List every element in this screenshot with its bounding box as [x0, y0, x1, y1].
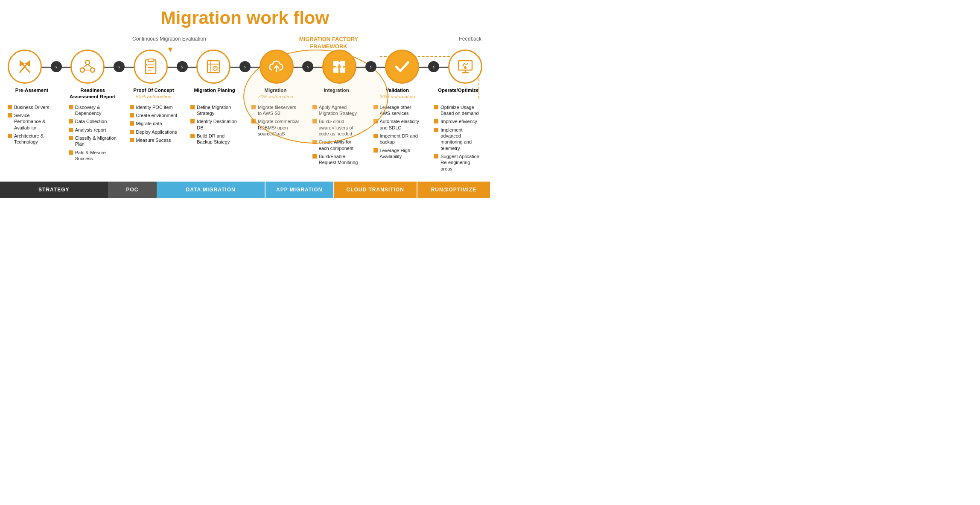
bullet-text: Create environment	[136, 112, 178, 118]
bullet-icon	[8, 134, 12, 138]
svg-point-3	[80, 68, 85, 72]
svg-line-13	[146, 64, 147, 66]
bullets-readiness: Discovery & Dependency Data Collection A…	[69, 104, 117, 164]
phase-validation	[385, 50, 419, 84]
bullets-area: Business Drivers Service Performance & A…	[3, 100, 487, 174]
cme-arrow-icon: ▼	[166, 45, 174, 54]
bullet-business-drivers: Business Drivers	[8, 104, 56, 110]
svg-line-5	[82, 65, 88, 68]
bullet-icon	[69, 128, 73, 132]
label-poc: Proof Of Concept50% automation	[130, 87, 178, 100]
puzzle-icon	[330, 57, 349, 76]
cloud-upload-icon	[267, 57, 286, 76]
svg-rect-9	[148, 59, 153, 62]
svg-rect-24	[340, 68, 345, 73]
bullet-build-dr: Build DR and Backup Stategy	[190, 133, 239, 145]
network-icon	[78, 57, 97, 76]
label-migration-planning: Migration Planing	[190, 87, 239, 100]
bullet-text: Analysis report	[75, 127, 106, 133]
mff-label: MIGRATION FACTORYFRAMEWORK	[295, 36, 363, 50]
bullet-text: Paln & Mesure Success	[75, 150, 117, 162]
circle-poc	[134, 50, 168, 84]
phase-integration	[322, 50, 356, 84]
bullets-pre-assessment: Business Drivers Service Performance & A…	[8, 104, 56, 147]
bullet-icon	[312, 154, 317, 159]
arrow-3: ›	[177, 61, 188, 72]
bullet-icon	[130, 113, 134, 117]
label-operate: Operate/Optimize	[434, 87, 482, 100]
bottom-strategy: STRATEGY	[0, 182, 108, 198]
bullet-text: Identity POC item	[136, 104, 173, 110]
bullet-build-enable: Build/Enable Request Monitiring	[312, 153, 361, 166]
bullet-deploy-apps: Deploy Applications	[130, 129, 178, 135]
bullet-text: Architecture & Technology	[14, 133, 56, 145]
label-readiness: Readiness Assessment Report	[69, 87, 117, 100]
bottom-data-migration: DATA MIGRATION	[157, 182, 265, 198]
bullet-icon	[373, 148, 378, 153]
bullet-service-performance: Service Performance & Availability	[8, 112, 56, 131]
svg-rect-21	[333, 61, 338, 66]
bullet-text: Measure Sucess	[136, 137, 171, 143]
bullet-icon	[130, 138, 134, 142]
bullet-improve-efficiency: Improve efiviency	[434, 118, 482, 124]
svg-point-2	[85, 60, 90, 65]
arrow-2: ›	[114, 61, 125, 72]
bullet-icon	[190, 105, 195, 109]
circle-row: › ›	[3, 32, 487, 84]
flow-area: Continuous Migration Evaluation ▼ MIGRAT…	[0, 32, 490, 174]
phase-poc	[134, 50, 168, 84]
bullet-data-collection: Data Collection	[69, 118, 117, 124]
planning-icon	[204, 57, 223, 76]
bullet-text: Improve efiviency	[440, 118, 477, 124]
bullet-text: Service Performance & Availability	[14, 112, 56, 131]
bullet-icon	[130, 130, 134, 134]
bullet-discovery: Discovery & Dependency	[69, 104, 117, 117]
bullet-icon	[69, 119, 73, 123]
svg-point-4	[90, 68, 95, 72]
bullet-automate-elasticity: Automate elasticity and SDLC	[373, 118, 422, 131]
bullet-implement-dr: Impement DR and backup	[373, 133, 422, 145]
bullet-text: Build DR and Backup Stategy	[197, 133, 239, 145]
bullet-icon	[434, 119, 438, 123]
svg-rect-22	[340, 61, 345, 66]
arrow-4: ›	[239, 61, 251, 72]
bullet-text: Data Collection	[75, 118, 107, 124]
arrow-1: ›	[51, 61, 62, 72]
bullet-architecture: Architecture & Technology	[8, 133, 56, 145]
circle-migration-planning	[196, 50, 230, 84]
bullet-text: Business Drivers	[14, 104, 50, 110]
checkmark-icon	[393, 57, 411, 76]
bullet-implement-monitoring: Implement advanced monitoring and teleme…	[434, 127, 482, 151]
bullet-define-strategy: Define Migration Strategy	[190, 104, 239, 117]
circle-integration	[322, 50, 356, 84]
bullet-text: Implement advanced monitoring and teleme…	[440, 127, 482, 151]
flag-icon	[15, 57, 34, 76]
circle-operate	[448, 50, 482, 84]
feedback-label: Feedback	[459, 36, 481, 42]
bullet-text: Build/Enable Request Monitiring	[319, 153, 361, 166]
bullet-text: Leverage High Availability	[380, 147, 422, 160]
bullet-identify-db: Identify Destination DB	[190, 118, 239, 131]
label-pre-assessment: Pre-Assement	[8, 87, 56, 100]
arrow-7: ›	[428, 61, 439, 72]
bullet-icon	[8, 105, 12, 109]
phase-migration	[260, 50, 294, 84]
bullet-text: Automate elasticity and SDLC	[380, 118, 422, 131]
bullet-icon	[8, 113, 12, 117]
bullet-text: Optimize Usage Based on demand	[440, 104, 482, 117]
bullet-icon	[69, 150, 73, 155]
bullets-migration-planning: Define Migration Strategy Identify Desti…	[190, 104, 239, 147]
bullet-text: Classify & Migration Plan	[75, 135, 117, 147]
svg-line-6	[88, 65, 93, 68]
bullet-text: Migrate data	[136, 120, 162, 126]
phase-operate	[448, 50, 482, 84]
bottom-bar: STRATEGY POC DATA MIGRATION APP MIGRATIO…	[0, 182, 490, 198]
bullet-text: Deploy Applications	[136, 129, 177, 135]
bullet-plan-measure: Paln & Mesure Success	[69, 150, 117, 162]
page-title: Migration work flow	[0, 0, 490, 32]
phase-pre-assessment	[8, 50, 42, 84]
bullet-icon	[69, 105, 73, 109]
bullets-operate: Optimize Usage Based on demand Improve e…	[434, 104, 482, 174]
bullet-text: Identify Destination DB	[197, 118, 239, 131]
bullet-text: Suggest Aplication Re-enginering areas	[440, 153, 482, 172]
